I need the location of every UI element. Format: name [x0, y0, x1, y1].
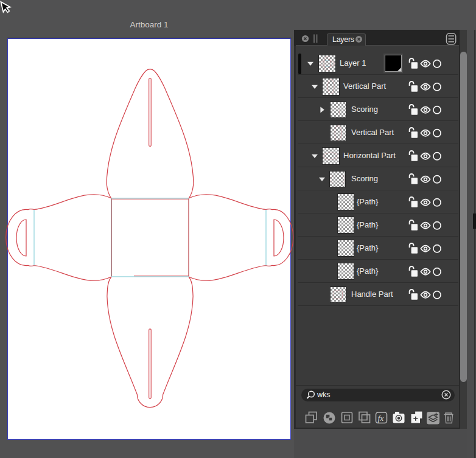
svg-text:fx: fx: [378, 414, 384, 423]
